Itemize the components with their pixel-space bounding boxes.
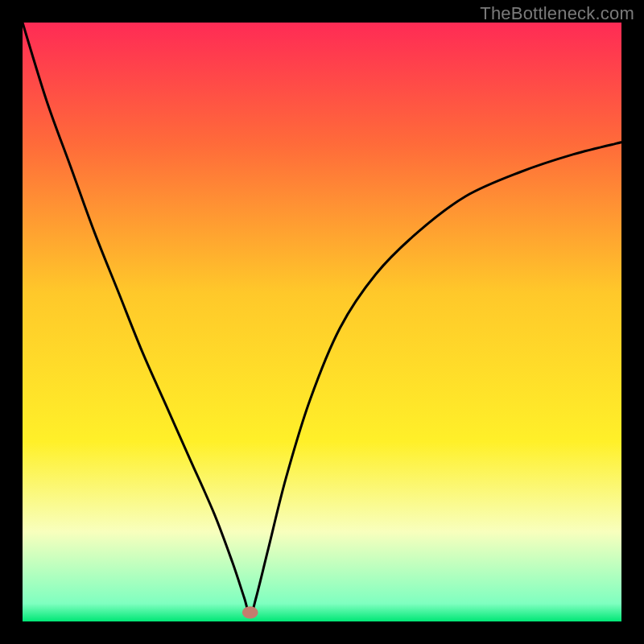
- chart-frame: TheBottleneck.com: [0, 0, 644, 644]
- gradient-background: [23, 23, 621, 621]
- watermark-text: TheBottleneck.com: [480, 3, 634, 24]
- plot-area: [23, 23, 621, 621]
- optimal-point-marker: [242, 606, 258, 618]
- chart-svg: [23, 23, 621, 621]
